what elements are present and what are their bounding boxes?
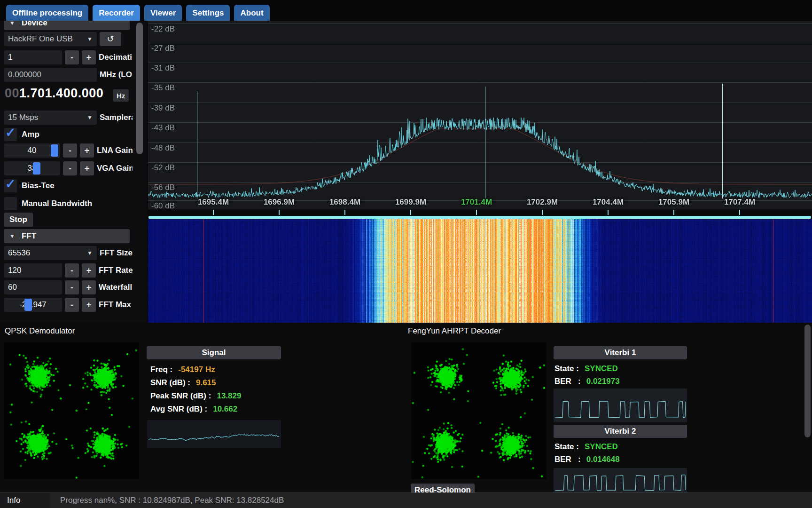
stop-button[interactable]: Stop (4, 213, 33, 227)
main-tab-bar: Offline processing Recorder Viewer Setti… (0, 0, 812, 21)
vga-plus-button[interactable]: + (80, 161, 94, 175)
viterbi2-ber: 0.014648 (586, 455, 620, 464)
tab-offline-processing[interactable]: Offline processing (6, 5, 88, 21)
waterfall-display[interactable] (148, 219, 812, 323)
sidebar-scrollbar[interactable] (135, 21, 144, 323)
fft-rate-input[interactable]: 120 (4, 263, 62, 278)
db-axis-label: -39 dB (151, 103, 175, 113)
peak-snr-value: 13.829 (217, 391, 241, 401)
signal-avg-snr-row: Avg SNR (dB) :10.662 (147, 404, 237, 415)
viterbi1-ber-row: BER :0.021973 (554, 376, 620, 387)
freq-axis-label: 1698.4M (322, 198, 367, 207)
fft-spectrum-plot[interactable] (148, 21, 812, 215)
bias-tee-checkbox[interactable]: ✓ (4, 179, 17, 192)
signal-freq-row: Freq :-54197 Hz (147, 364, 215, 375)
refresh-devices-button[interactable]: ↺ (100, 32, 121, 46)
waterfall-rate-plus-button[interactable]: + (82, 280, 96, 294)
decoder-section-title: FengYun AHRPT Decoder (408, 326, 501, 337)
db-axis-label: -27 dB (151, 44, 175, 53)
viterbi2-ber-row: BER :0.014648 (554, 454, 620, 465)
waterfall-range-selector[interactable] (148, 216, 811, 219)
manual-bandwidth-checkbox[interactable] (4, 197, 17, 210)
db-axis-label: -31 dB (151, 64, 175, 73)
waterfall-rate-label: Waterfall (99, 280, 133, 294)
snr-value: 9.615 (196, 378, 216, 388)
status-message: Progress nan%, SNR : 10.824987dB, Peak S… (60, 493, 284, 508)
freq-axis-label: 1695.4M (191, 198, 236, 207)
fft-max-minus-button[interactable]: - (65, 298, 79, 312)
db-axis-label: -52 dB (151, 163, 175, 173)
fft-size-select[interactable]: 65536 ▼ (4, 246, 97, 260)
center-freq-label: 1701.4M (454, 198, 499, 207)
chevron-down-icon: ▼ (9, 21, 15, 26)
avg-snr-value: 10.662 (213, 405, 237, 414)
fft-max-plus-button[interactable]: + (82, 298, 96, 312)
fft-rate-minus-button[interactable]: - (65, 263, 79, 278)
bottom-panel-scrollbar[interactable] (804, 325, 812, 503)
waterfall-rate-input[interactable]: 60 (4, 280, 62, 294)
freq-axis-label: 1705.9M (651, 198, 696, 207)
viterbi2-ber-chart (554, 468, 687, 492)
lna-minus-button[interactable]: - (63, 143, 77, 158)
fft-section-header[interactable]: ▼ FFT (4, 229, 130, 243)
vga-gain-label: VGA Gain (97, 161, 133, 175)
device-select[interactable]: HackRF One USB ▼ (4, 32, 97, 46)
frequency-display[interactable]: 001.701.400.000 (5, 86, 103, 101)
snr-history-chart (147, 420, 281, 448)
vga-minus-button[interactable]: - (63, 161, 77, 175)
lna-plus-button[interactable]: + (80, 143, 94, 158)
waterfall-rate-minus-button[interactable]: - (65, 280, 79, 294)
chevron-down-icon: ▼ (87, 114, 93, 121)
fft-size-label: FFT Size (100, 246, 133, 260)
slider-handle[interactable] (51, 144, 58, 157)
satdump-recorder-window: Offline processing Recorder Viewer Setti… (0, 0, 812, 508)
viterbi1-state: SYNCED (585, 364, 618, 373)
lna-gain-slider[interactable]: 40 (4, 143, 60, 158)
viterbi1-header: Viterbi 1 (554, 346, 687, 359)
tab-about[interactable]: About (234, 5, 269, 21)
signal-peak-snr-row: Peak SNR (dB) :13.829 (147, 390, 241, 402)
decoder-constellation (411, 342, 547, 479)
qpsk-section-title: QPSK Demodulator (5, 326, 75, 337)
device-section-header[interactable]: ▼ Device (4, 21, 130, 30)
decimation-label: Decimati (99, 50, 133, 64)
signal-snr-row: SNR (dB) :9.615 (147, 377, 216, 389)
lo-offset-input[interactable]: 0.000000 (4, 68, 97, 82)
fft-max-label: FFT Max (99, 298, 133, 312)
amp-checkbox[interactable]: ✓ (4, 128, 17, 141)
tab-recorder[interactable]: Recorder (93, 5, 140, 21)
signal-panel-header: Signal (147, 346, 281, 359)
freq-axis-label: 1699.9M (388, 198, 433, 207)
samplerate-select[interactable]: 15 Msps ▼ (4, 111, 97, 125)
amp-label: Amp (22, 127, 116, 142)
fft-max-slider[interactable]: -22.947 (4, 298, 62, 312)
slider-handle[interactable] (24, 299, 32, 311)
decimation-minus-button[interactable]: - (65, 50, 79, 64)
frequency-unit-button[interactable]: Hz (113, 89, 129, 102)
fft-waterfall-panel: -22 dB -27 dB -31 dB -35 dB -39 dB -43 d… (148, 21, 812, 323)
chevron-down-icon: ▼ (9, 233, 15, 239)
viterbi2-state: SYNCED (585, 442, 618, 452)
status-info-label: Info (0, 493, 50, 508)
fft-rate-plus-button[interactable]: + (82, 263, 96, 278)
slider-handle[interactable] (33, 162, 40, 175)
check-icon: ✓ (5, 125, 16, 140)
chevron-down-icon: ▼ (87, 250, 93, 256)
viterbi2-header: Viterbi 2 (554, 425, 687, 438)
samplerate-label: Samplera (100, 111, 133, 125)
decimation-input[interactable]: 1 (4, 50, 62, 64)
freq-axis-label: 1696.9M (257, 198, 302, 207)
viterbi1-ber: 0.021973 (586, 377, 620, 386)
demodulator-decoder-panel: QPSK Demodulator FengYun AHRPT Decoder S… (0, 323, 812, 508)
tab-settings[interactable]: Settings (186, 5, 230, 21)
viterbi2-state-row: State :SYNCED (554, 441, 618, 452)
vga-gain-slider[interactable]: 33 (4, 161, 60, 175)
db-axis-label: -22 dB (151, 24, 175, 34)
db-axis-label: -48 dB (151, 143, 175, 153)
viterbi1-state-row: State :SYNCED (554, 363, 618, 374)
tab-viewer[interactable]: Viewer (144, 5, 182, 21)
viterbi1-ber-chart (554, 389, 687, 422)
scrollbar-thumb[interactable] (136, 23, 143, 154)
decimation-plus-button[interactable]: + (82, 50, 96, 64)
scrollbar-thumb[interactable] (804, 325, 811, 437)
